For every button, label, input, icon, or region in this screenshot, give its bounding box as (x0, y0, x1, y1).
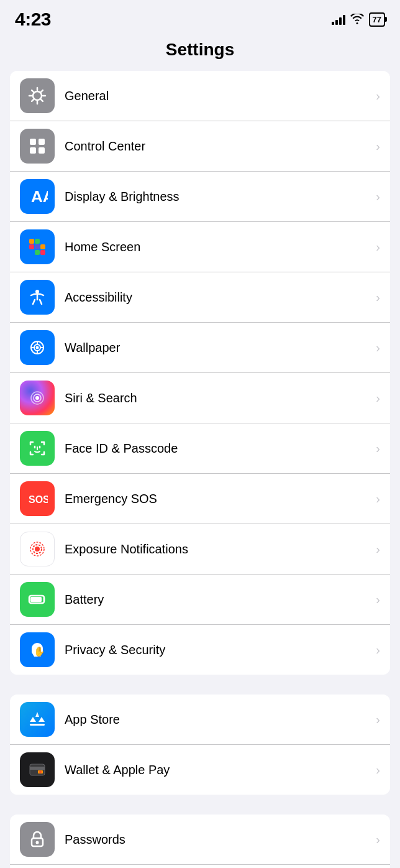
settings-item-control-center[interactable]: Control Center › (10, 121, 390, 172)
status-bar: 4:23 77 (0, 0, 400, 35)
wallpaper-label: Wallpaper (65, 341, 376, 355)
svg-rect-7 (35, 239, 40, 244)
display-label: Display & Brightness (65, 190, 376, 204)
svg-rect-4 (39, 147, 45, 154)
svg-point-0 (33, 91, 42, 100)
svg-text:AA: AA (31, 187, 48, 206)
exposure-chevron: › (376, 542, 380, 556)
settings-item-general[interactable]: General › (10, 71, 390, 121)
accessibility-label: Accessibility (65, 290, 376, 305)
wallpaper-icon (20, 330, 55, 365)
svg-point-39 (39, 771, 42, 773)
siri-chevron: › (376, 391, 380, 405)
settings-item-privacy[interactable]: ✋ Privacy & Security › (10, 625, 390, 675)
control-center-label: Control Center (65, 139, 376, 154)
exposure-icon (20, 532, 55, 566)
control-center-chevron: › (376, 139, 380, 154)
svg-rect-1 (30, 139, 36, 145)
battery-settings-icon (20, 582, 55, 617)
settings-item-appstore[interactable]: App Store › (10, 695, 390, 745)
signal-bars-icon (332, 14, 345, 25)
svg-rect-10 (35, 244, 40, 249)
svg-rect-37 (30, 767, 45, 770)
settings-item-exposure[interactable]: Exposure Notifications › (10, 524, 390, 575)
face-id-icon (20, 431, 55, 466)
wifi-icon (350, 14, 364, 25)
settings-item-wallpaper[interactable]: Wallpaper › (10, 323, 390, 373)
svg-text:✋: ✋ (34, 646, 45, 657)
svg-point-22 (36, 346, 39, 349)
battery-chevron: › (376, 593, 380, 607)
svg-rect-14 (40, 250, 45, 255)
sos-icon: SOS (20, 481, 55, 516)
home-screen-chevron: › (376, 240, 380, 254)
wallet-chevron: › (376, 763, 380, 777)
appstore-label: App Store (65, 713, 376, 727)
battery-icon: 77 (369, 12, 385, 27)
battery-label: Battery (65, 593, 376, 607)
svg-rect-2 (39, 139, 45, 145)
svg-rect-13 (35, 250, 40, 255)
wallet-icon (20, 752, 55, 787)
face-id-label: Face ID & Passcode (65, 441, 376, 456)
svg-rect-11 (40, 244, 45, 249)
wallet-label: Wallet & Apple Pay (65, 763, 376, 777)
accessibility-icon (20, 280, 55, 315)
passwords-chevron: › (376, 833, 380, 847)
siri-icon (20, 381, 55, 415)
general-label: General (65, 89, 376, 103)
exposure-label: Exposure Notifications (65, 542, 376, 556)
svg-rect-35 (30, 724, 45, 726)
settings-item-mail[interactable]: Mail › (10, 865, 390, 868)
settings-group-1: General › Control Center › AA Display & … (10, 71, 390, 675)
svg-rect-3 (30, 147, 36, 154)
settings-item-sos[interactable]: SOS Emergency SOS › (10, 474, 390, 524)
settings-item-home-screen[interactable]: Home Screen › (10, 222, 390, 272)
siri-label: Siri & Search (65, 391, 376, 405)
display-icon: AA (20, 179, 55, 214)
svg-rect-8 (40, 239, 45, 244)
settings-item-battery[interactable]: Battery › (10, 575, 390, 625)
settings-item-face-id[interactable]: Face ID & Passcode › (10, 423, 390, 474)
passwords-icon (20, 822, 55, 857)
privacy-label: Privacy & Security (65, 643, 376, 657)
svg-text:SOS: SOS (29, 494, 48, 505)
battery-level: 77 (373, 15, 381, 24)
status-icons: 77 (332, 12, 385, 27)
svg-rect-33 (30, 597, 42, 602)
svg-point-15 (35, 290, 39, 293)
privacy-icon: ✋ (20, 632, 55, 667)
accessibility-chevron: › (376, 290, 380, 305)
sos-label: Emergency SOS (65, 492, 376, 506)
svg-rect-9 (29, 244, 34, 249)
passwords-label: Passwords (65, 833, 376, 847)
settings-group-3: Passwords › Mail › (10, 815, 390, 868)
settings-item-siri[interactable]: Siri & Search › (10, 373, 390, 423)
appstore-chevron: › (376, 713, 380, 727)
sos-chevron: › (376, 492, 380, 506)
settings-item-wallet[interactable]: Wallet & Apple Pay › (10, 745, 390, 795)
svg-point-25 (35, 396, 39, 400)
general-icon (20, 78, 55, 113)
wallpaper-chevron: › (376, 341, 380, 355)
svg-rect-12 (29, 250, 34, 255)
general-chevron: › (376, 89, 380, 103)
privacy-chevron: › (376, 643, 380, 657)
svg-point-29 (35, 547, 40, 552)
settings-item-accessibility[interactable]: Accessibility › (10, 272, 390, 323)
control-center-icon (20, 129, 55, 164)
home-screen-icon (20, 229, 55, 264)
appstore-icon (20, 702, 55, 737)
svg-point-41 (36, 841, 39, 844)
settings-group-2: App Store › Wallet & Apple Pay › (10, 695, 390, 795)
svg-rect-6 (29, 239, 34, 244)
face-id-chevron: › (376, 441, 380, 456)
home-screen-label: Home Screen (65, 240, 376, 254)
settings-item-passwords[interactable]: Passwords › (10, 815, 390, 865)
settings-item-display[interactable]: AA Display & Brightness › (10, 172, 390, 222)
display-chevron: › (376, 190, 380, 204)
page-title: Settings (0, 35, 400, 71)
status-time: 4:23 (15, 9, 51, 30)
